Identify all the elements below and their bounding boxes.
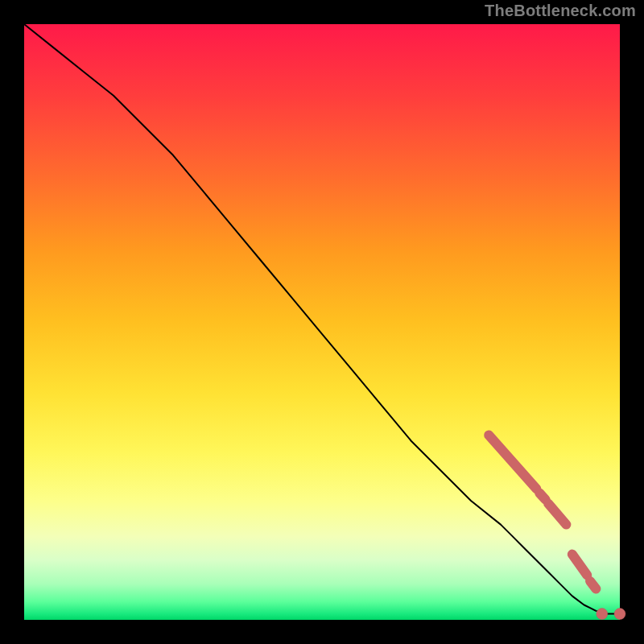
highlight-segment bbox=[489, 436, 536, 489]
highlight-point bbox=[597, 609, 608, 620]
bottleneck-curve-line bbox=[24, 24, 620, 614]
attribution-text: TheBottleneck.com bbox=[485, 2, 636, 20]
highlight-segment bbox=[590, 581, 596, 589]
chart-stage: TheBottleneck.com bbox=[0, 0, 644, 644]
highlight-segment bbox=[539, 493, 545, 499]
highlight-segment bbox=[572, 555, 588, 576]
highlight-point bbox=[614, 609, 625, 620]
chart-overlay-svg bbox=[24, 24, 620, 620]
highlight-segment bbox=[548, 504, 566, 525]
